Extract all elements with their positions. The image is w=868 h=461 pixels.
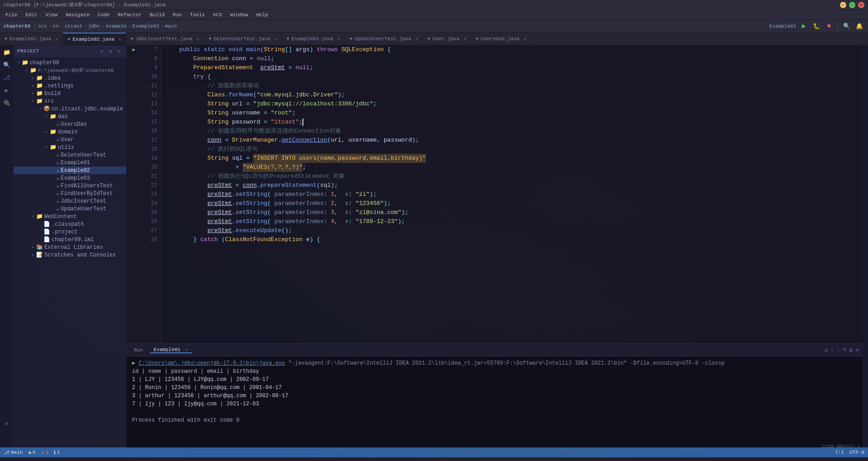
maximize-button[interactable]: □ <box>849 2 855 8</box>
tree-item-chapter09[interactable]: ▾ 📁 chapter09 <box>14 59 126 67</box>
menu-window[interactable]: Window <box>226 11 252 19</box>
tree-item-idea[interactable]: ▸ 📁 .idea <box>14 74 126 82</box>
tree-item-project[interactable]: ▸ 📄 .project <box>14 228 126 236</box>
menu-run[interactable]: Run <box>169 11 185 19</box>
tab-close-jdbcinsert[interactable]: ✕ <box>196 36 199 42</box>
debug-button[interactable]: 🐛 <box>811 21 821 31</box>
tab-updateuser[interactable]: ● UpdateUserTest.java ✕ <box>345 33 423 45</box>
breadcrumb-cn[interactable]: cn <box>53 24 59 29</box>
breadcrumb-src[interactable]: src <box>38 24 47 29</box>
terminal-close-icon[interactable]: ✕ <box>855 347 859 354</box>
code-content[interactable]: public static void main(String[] args) t… <box>161 45 863 343</box>
tree-item-classpath[interactable]: ▸ 📄 .classpath <box>14 220 126 228</box>
terminal-rerun-icon[interactable]: ↺ <box>824 347 828 354</box>
menu-help[interactable]: Help <box>253 11 272 19</box>
terminal-content[interactable]: ▶ C:\Users\qm\.jdks\openjdk-17.0.1\bin\j… <box>127 356 863 447</box>
tab-close-example03[interactable]: ✕ <box>337 36 340 42</box>
tree-item-extlibs[interactable]: ▸ 📚 External Libraries <box>14 243 126 251</box>
window-controls[interactable]: — □ ✕ <box>840 2 864 8</box>
terminal-settings-icon[interactable]: ⚙ <box>849 347 853 354</box>
tab-deleteuser[interactable]: ● DeleteUserTest.java ✕ <box>204 33 282 45</box>
line-num-16: 16 <box>141 127 157 136</box>
tab-close-example02[interactable]: ✕ <box>118 37 121 42</box>
menu-view[interactable]: View <box>42 11 61 19</box>
terminal-scroll-up-icon[interactable]: ↑ <box>830 347 834 354</box>
close-button[interactable]: ✕ <box>858 2 864 8</box>
tree-item-domain[interactable]: ▾ 📁 domain <box>14 128 126 136</box>
tab-usersdao[interactable]: ● UsersDao.java ✕ <box>471 33 531 45</box>
activity-plugins-icon[interactable]: 🔌 <box>1 98 12 109</box>
tab-close-usersdao[interactable]: ✕ <box>524 36 526 42</box>
tab-close-user[interactable]: ✕ <box>463 36 466 42</box>
project-name[interactable]: chapter09 <box>4 24 30 29</box>
status-errors[interactable]: ✕ 1 <box>41 450 48 456</box>
tree-item-updateuser[interactable]: ▸ ☕ UpdateUserTest <box>14 205 126 213</box>
tree-item-user[interactable]: ▸ ☕ User <box>14 136 126 143</box>
tree-item-dao[interactable]: ▾ 📁 dao <box>14 113 126 120</box>
menu-refactor[interactable]: Refactor <box>114 11 145 19</box>
menu-edit[interactable]: Edit <box>22 11 41 19</box>
notification-button[interactable]: 🔔 <box>854 21 864 31</box>
activity-search-icon[interactable]: 🔍 <box>1 60 12 71</box>
menu-code[interactable]: Code <box>94 11 113 19</box>
tab-close-deleteuser[interactable]: ✕ <box>274 36 277 42</box>
tree-item-jdbcinsert[interactable]: ▸ ☕ JdbcInsertTest <box>14 197 126 205</box>
tree-item-example01[interactable]: ▸ ☕ Example01 <box>14 159 126 166</box>
menu-navigate[interactable]: Navigate <box>62 11 93 19</box>
status-info[interactable]: ℹ 1 <box>54 450 60 456</box>
search-toolbar-button[interactable]: 🔍 <box>842 21 852 31</box>
menu-vcs[interactable]: VCS <box>209 11 226 19</box>
tab-example03[interactable]: ● Example03.java ✕ <box>282 33 345 45</box>
tree-item-findallusers[interactable]: ▸ ☕ FindAllUsersTest <box>14 182 126 190</box>
status-warnings[interactable]: ▲ 6 <box>28 450 35 455</box>
activity-structure-icon[interactable]: ≡ <box>1 418 12 429</box>
gutter-16 <box>127 127 141 136</box>
sidebar-action-collapse[interactable]: ≡ <box>98 48 105 55</box>
tree-item-webcontent[interactable]: ▾ 📁 WebContent <box>14 213 126 220</box>
tab-close-updateuser[interactable]: ✕ <box>415 36 418 42</box>
menu-file[interactable]: File <box>2 11 21 19</box>
stop-button[interactable]: ■ <box>824 21 834 31</box>
tree-item-deleteuser[interactable]: ▸ ☕ DeleteUserTest <box>14 151 126 159</box>
breadcrumb-main[interactable]: main <box>165 24 177 29</box>
status-line-col[interactable]: 7:1 <box>835 450 844 455</box>
status-encoding[interactable]: UTF-8 <box>849 450 864 455</box>
terminal-tab-close[interactable]: ✕ <box>185 347 188 352</box>
breadcrumb-example[interactable]: example <box>106 24 127 29</box>
tree-item-example02[interactable]: ▸ ☕ Example02 <box>14 166 126 174</box>
terminal-tab-run[interactable]: Run <box>130 347 146 353</box>
tree-item-iml[interactable]: ▸ 📄 chapter09.iml <box>14 236 126 243</box>
tree-item-utils[interactable]: ▾ 📁 utils <box>14 143 126 151</box>
run-button[interactable]: ▶ <box>799 21 809 31</box>
code-editor[interactable]: ▶ <box>127 45 863 343</box>
tree-item-settings[interactable]: ▸ 📁 .settings <box>14 82 126 90</box>
activity-project-icon[interactable]: 📁 <box>1 47 12 58</box>
tab-example02[interactable]: ● Example02.java ✕ <box>63 33 126 45</box>
terminal-filter-icon[interactable]: ≡ <box>843 347 847 354</box>
tree-item-scratches[interactable]: ▸ 📝 Scratches and Consoles <box>14 251 126 259</box>
status-branch[interactable]: ⎇ main <box>4 450 23 456</box>
tree-item-src[interactable]: ▾ 📁 src <box>14 97 126 105</box>
tree-item-usersdao[interactable]: ▸ ☕ UsersDao <box>14 120 126 128</box>
tree-item-example03[interactable]: ▸ ☕ Example03 <box>14 174 126 182</box>
breadcrumb-example02[interactable]: Example02 <box>132 24 159 29</box>
menu-build[interactable]: Build <box>146 11 168 19</box>
tree-item-path[interactable]: ▾ 📁 F:\javaweb\第9章\chapter09 <box>14 67 126 74</box>
tab-jdbcinsert[interactable]: ● JdbcInsertTest.java ✕ <box>126 33 204 45</box>
tree-item-build[interactable]: ▸ 📁 build <box>14 90 126 97</box>
breadcrumb-jdbc[interactable]: jdbc <box>88 24 100 29</box>
minimize-button[interactable]: — <box>840 2 846 8</box>
breadcrumb-itcast[interactable]: itcast <box>65 24 83 29</box>
terminal-tab-example01[interactable]: Example01 ✕ <box>150 347 192 353</box>
tree-item-finduserbyid[interactable]: ▸ ☕ FindUserByIdTest <box>14 190 126 197</box>
sidebar-action-settings[interactable]: ⚙ <box>107 48 114 55</box>
terminal-scroll-down-icon[interactable]: ↓ <box>837 347 840 354</box>
tree-item-package[interactable]: ▾ 📦 cn.itcast.jdbc.example <box>14 105 126 113</box>
tab-close-example01[interactable]: ✕ <box>55 36 58 42</box>
activity-run-icon[interactable]: ▶ <box>1 85 12 96</box>
activity-vcs-icon[interactable]: ⎇ <box>1 72 12 83</box>
menu-tools[interactable]: Tools <box>186 11 208 19</box>
tab-example01[interactable]: ● Example01.java ✕ <box>0 33 63 45</box>
tab-user[interactable]: ● User.java ✕ <box>423 33 471 45</box>
sidebar-action-close[interactable]: ✕ <box>115 48 123 55</box>
